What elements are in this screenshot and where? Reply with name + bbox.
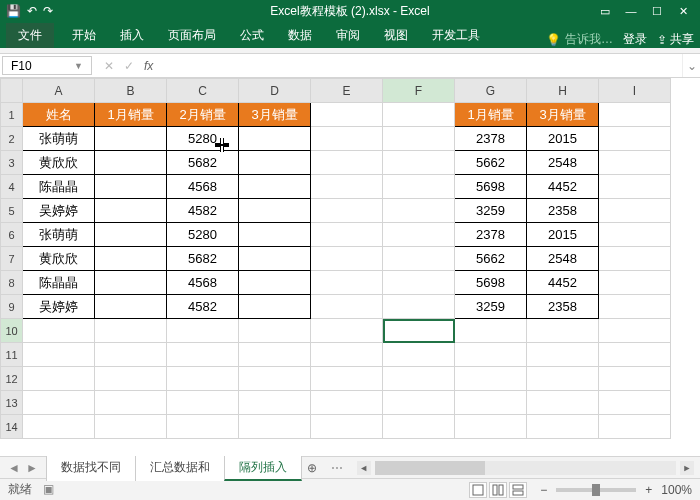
cell-D1[interactable]: 3月销量 [239, 103, 311, 127]
cell-B1[interactable]: 1月销量 [95, 103, 167, 127]
row-header-6[interactable]: 6 [1, 223, 23, 247]
tab-formulas[interactable]: 公式 [228, 23, 276, 48]
cell-B7[interactable] [95, 247, 167, 271]
cell-H14[interactable] [527, 415, 599, 439]
tab-data[interactable]: 数据 [276, 23, 324, 48]
row-header-13[interactable]: 13 [1, 391, 23, 415]
col-header-G[interactable]: G [455, 79, 527, 103]
signin-link[interactable]: 登录 [623, 31, 647, 48]
row-header-3[interactable]: 3 [1, 151, 23, 175]
cell-D8[interactable] [239, 271, 311, 295]
hscroll-right-icon[interactable]: ► [680, 461, 694, 475]
cell-G8[interactable]: 5698 [455, 271, 527, 295]
cell-I6[interactable] [599, 223, 671, 247]
cell-B8[interactable] [95, 271, 167, 295]
cell-E12[interactable] [311, 367, 383, 391]
cell-B11[interactable] [95, 343, 167, 367]
cell-G4[interactable]: 5698 [455, 175, 527, 199]
cell-C11[interactable] [167, 343, 239, 367]
cell-B14[interactable] [95, 415, 167, 439]
cell-I9[interactable] [599, 295, 671, 319]
cancel-formula-icon[interactable]: ✕ [104, 59, 114, 73]
col-header-F[interactable]: F [383, 79, 455, 103]
cell-D6[interactable] [239, 223, 311, 247]
worksheet-grid[interactable]: ABCDEFGHI1姓名1月销量2月销量3月销量1月销量3月销量2张萌萌5280… [0, 78, 700, 456]
cell-I8[interactable] [599, 271, 671, 295]
cell-D11[interactable] [239, 343, 311, 367]
cell-D2[interactable] [239, 127, 311, 151]
cell-B4[interactable] [95, 175, 167, 199]
cell-G1[interactable]: 1月销量 [455, 103, 527, 127]
tab-insert[interactable]: 插入 [108, 23, 156, 48]
cell-F14[interactable] [383, 415, 455, 439]
cell-D9[interactable] [239, 295, 311, 319]
cell-H9[interactable]: 2358 [527, 295, 599, 319]
cell-I12[interactable] [599, 367, 671, 391]
cell-E9[interactable] [311, 295, 383, 319]
cell-A14[interactable] [23, 415, 95, 439]
cell-B2[interactable] [95, 127, 167, 151]
cell-I4[interactable] [599, 175, 671, 199]
cell-H3[interactable]: 2548 [527, 151, 599, 175]
cell-G6[interactable]: 2378 [455, 223, 527, 247]
hscroll-thumb[interactable] [375, 461, 485, 475]
cell-I11[interactable] [599, 343, 671, 367]
cell-I1[interactable] [599, 103, 671, 127]
cell-F6[interactable] [383, 223, 455, 247]
cell-G13[interactable] [455, 391, 527, 415]
cell-C9[interactable]: 4582 [167, 295, 239, 319]
cell-B3[interactable] [95, 151, 167, 175]
cell-C13[interactable] [167, 391, 239, 415]
tab-review[interactable]: 审阅 [324, 23, 372, 48]
cell-H1[interactable]: 3月销量 [527, 103, 599, 127]
close-button[interactable]: ✕ [672, 2, 694, 20]
cell-F1[interactable] [383, 103, 455, 127]
row-header-11[interactable]: 11 [1, 343, 23, 367]
horizontal-scrollbar[interactable]: ◄ ► [351, 461, 700, 475]
cell-I5[interactable] [599, 199, 671, 223]
cell-H7[interactable]: 2548 [527, 247, 599, 271]
row-header-10[interactable]: 10 [1, 319, 23, 343]
expand-formula-icon[interactable]: ⌄ [682, 54, 700, 77]
cell-A13[interactable] [23, 391, 95, 415]
cell-F8[interactable] [383, 271, 455, 295]
cell-G9[interactable]: 3259 [455, 295, 527, 319]
cell-C7[interactable]: 5682 [167, 247, 239, 271]
cell-H5[interactable]: 2358 [527, 199, 599, 223]
zoom-control[interactable]: − + 100% [537, 483, 692, 497]
cell-D13[interactable] [239, 391, 311, 415]
tab-file[interactable]: 文件 [6, 23, 54, 48]
cell-I7[interactable] [599, 247, 671, 271]
macro-record-icon[interactable]: ▣ [43, 482, 54, 496]
add-sheet-button[interactable]: ⊕ [301, 461, 323, 475]
col-header-E[interactable]: E [311, 79, 383, 103]
cell-A6[interactable]: 张萌萌 [23, 223, 95, 247]
col-header-D[interactable]: D [239, 79, 311, 103]
col-header-H[interactable]: H [527, 79, 599, 103]
tab-view[interactable]: 视图 [372, 23, 420, 48]
cell-H10[interactable] [527, 319, 599, 343]
cell-I10[interactable] [599, 319, 671, 343]
select-all-corner[interactable] [1, 79, 23, 103]
cell-C5[interactable]: 4582 [167, 199, 239, 223]
row-header-5[interactable]: 5 [1, 199, 23, 223]
accept-formula-icon[interactable]: ✓ [124, 59, 134, 73]
row-header-4[interactable]: 4 [1, 175, 23, 199]
cell-E1[interactable] [311, 103, 383, 127]
cell-B13[interactable] [95, 391, 167, 415]
tab-developer[interactable]: 开发工具 [420, 23, 492, 48]
cell-G7[interactable]: 5662 [455, 247, 527, 271]
undo-icon[interactable]: ↶ [27, 4, 37, 18]
cell-C14[interactable] [167, 415, 239, 439]
col-header-A[interactable]: A [23, 79, 95, 103]
zoom-out-button[interactable]: − [537, 483, 550, 497]
cell-H12[interactable] [527, 367, 599, 391]
cell-E6[interactable] [311, 223, 383, 247]
col-header-B[interactable]: B [95, 79, 167, 103]
row-header-12[interactable]: 12 [1, 367, 23, 391]
col-header-C[interactable]: C [167, 79, 239, 103]
cell-H8[interactable]: 4452 [527, 271, 599, 295]
sheet-nav-next-icon[interactable]: ► [26, 461, 38, 475]
cell-D10[interactable] [239, 319, 311, 343]
cell-H4[interactable]: 4452 [527, 175, 599, 199]
